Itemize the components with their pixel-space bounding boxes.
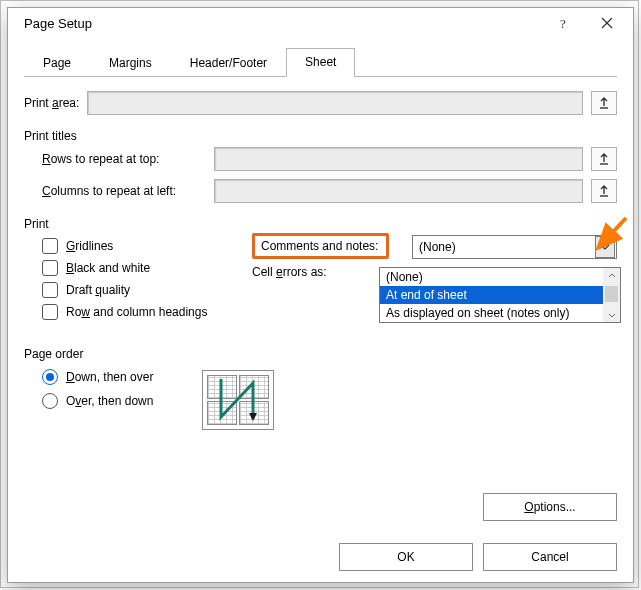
rows-repeat-input[interactable]	[214, 147, 583, 171]
rows-repeat-collapse-button[interactable]	[591, 147, 617, 171]
tab-margins[interactable]: Margins	[90, 49, 171, 77]
print-area-input[interactable]	[87, 91, 583, 115]
draft-quality-checkbox[interactable]: Draft quality	[42, 279, 252, 301]
comments-dropdown-list[interactable]: (None) At end of sheet As displayed on s…	[379, 267, 621, 323]
svg-text:?: ?	[560, 17, 566, 29]
combo-option-none[interactable]: (None)	[380, 268, 620, 286]
title-bar: Page Setup ?	[8, 8, 633, 38]
help-button[interactable]: ?	[541, 8, 585, 38]
rows-repeat-label: Rows to repeat at top:	[42, 152, 206, 166]
cols-repeat-label: Columns to repeat at left:	[42, 184, 206, 198]
comments-notes-label: Comments and notes:	[252, 233, 389, 259]
tab-page[interactable]: Page	[24, 49, 90, 77]
page-order-header: Page order	[24, 341, 617, 365]
ok-button[interactable]: OK	[339, 543, 473, 571]
down-then-over-radio[interactable]: Down, then over	[42, 365, 617, 389]
close-button[interactable]	[585, 8, 629, 38]
over-then-down-radio[interactable]: Over, then down	[42, 389, 617, 413]
cols-repeat-collapse-button[interactable]	[591, 179, 617, 203]
tab-header-footer[interactable]: Header/Footer	[171, 49, 286, 77]
combo-option-end[interactable]: At end of sheet	[380, 286, 620, 304]
print-area-collapse-button[interactable]	[591, 91, 617, 115]
comments-dropdown-arrow[interactable]	[595, 236, 615, 258]
black-white-checkbox[interactable]: Black and white	[42, 257, 252, 279]
row-col-headings-checkbox[interactable]: Row and column headings	[42, 301, 252, 323]
dropdown-scrollbar[interactable]	[603, 268, 620, 322]
cancel-button[interactable]: Cancel	[483, 543, 617, 571]
tab-strip: Page Margins Header/Footer Sheet	[24, 46, 617, 77]
gridlines-checkbox[interactable]: Gridlines	[42, 235, 252, 257]
cols-repeat-input[interactable]	[214, 179, 583, 203]
print-area-label: Print area:	[24, 96, 79, 110]
tab-sheet[interactable]: Sheet	[286, 48, 355, 77]
print-header: Print	[24, 211, 617, 235]
comments-notes-dropdown[interactable]: (None)	[412, 235, 617, 259]
page-order-preview-icon	[202, 370, 274, 430]
combo-option-displayed[interactable]: As displayed on sheet (notes only)	[380, 304, 620, 322]
page-setup-dialog: Page Setup ? Page Margins Header/Footer …	[7, 7, 634, 583]
print-titles-header: Print titles	[24, 123, 617, 147]
options-button[interactable]: Options...	[483, 493, 617, 521]
dialog-title: Page Setup	[24, 16, 541, 31]
cell-errors-label: Cell errors as:	[252, 265, 327, 279]
